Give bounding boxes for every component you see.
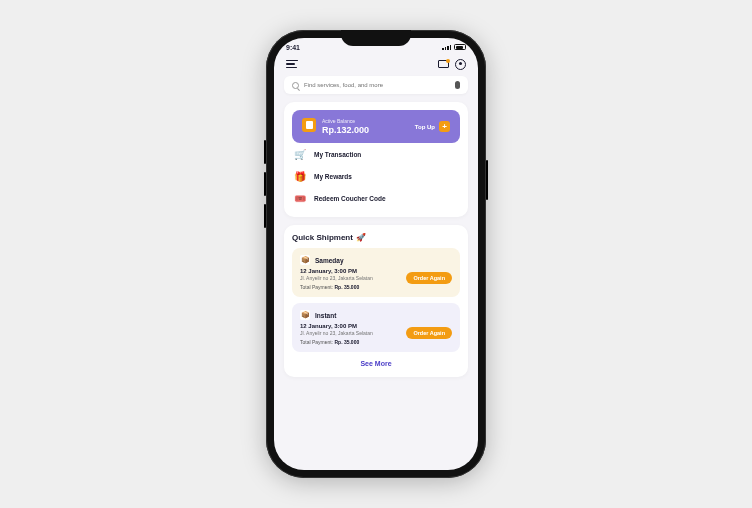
package-icon: 📦 xyxy=(300,310,310,320)
status-time: 9:41 xyxy=(286,44,300,51)
quick-shipment-title: Quick Shipment 🚀 xyxy=(292,233,460,242)
order-again-button[interactable]: Order Again xyxy=(406,272,452,284)
app-bar xyxy=(274,56,478,76)
order-again-button[interactable]: Order Again xyxy=(406,327,452,339)
status-icons xyxy=(442,44,466,50)
search-icon xyxy=(292,82,299,89)
gift-icon: 🎁 xyxy=(294,170,306,182)
screen: 9:41 xyxy=(274,38,478,470)
topup-button[interactable]: Top Up + xyxy=(415,121,450,132)
shipment-total: Total Payment: Rp. 35.000 xyxy=(300,284,452,290)
content-scroll[interactable]: Active Balance Rp.132.000 Top Up + 🛒 My … xyxy=(274,76,478,377)
ticket-icon: 🎟️ xyxy=(294,192,306,204)
balance-amount: Rp.132.000 xyxy=(322,125,369,135)
wallet-card: Active Balance Rp.132.000 Top Up + 🛒 My … xyxy=(284,102,468,217)
notch xyxy=(341,30,411,46)
menu-transaction-label: My Transaction xyxy=(314,151,361,158)
menu-transaction[interactable]: 🛒 My Transaction xyxy=(292,143,460,165)
search-input[interactable] xyxy=(304,82,450,88)
cart-icon: 🛒 xyxy=(294,148,306,160)
shipment-name: Sameday xyxy=(315,257,344,264)
shipment-item-instant[interactable]: 📦 Instant 12 January, 3:00 PM Jl. Anyeli… xyxy=(292,303,460,352)
package-icon: 📦 xyxy=(300,255,310,265)
menu-icon[interactable] xyxy=(286,58,298,70)
plus-icon: + xyxy=(439,121,450,132)
menu-redeem-label: Redeem Coucher Code xyxy=(314,195,386,202)
mic-icon[interactable] xyxy=(455,81,460,89)
signal-icon xyxy=(442,45,451,50)
quick-shipment-card: Quick Shipment 🚀 📦 Sameday 12 January, 3… xyxy=(284,225,468,377)
search-bar[interactable] xyxy=(284,76,468,94)
see-more-link[interactable]: See More xyxy=(292,358,460,369)
profile-icon[interactable] xyxy=(455,59,466,70)
menu-rewards-label: My Rewards xyxy=(314,173,352,180)
phone-frame: 9:41 xyxy=(266,30,486,478)
topup-label: Top Up xyxy=(415,124,435,130)
shipment-name: Instant xyxy=(315,312,336,319)
rocket-icon: 🚀 xyxy=(356,233,366,242)
battery-icon xyxy=(454,44,466,50)
inbox-icon[interactable] xyxy=(438,60,449,68)
balance-panel: Active Balance Rp.132.000 Top Up + xyxy=(292,110,460,143)
wallet-icon xyxy=(302,118,316,132)
shipment-item-sameday[interactable]: 📦 Sameday 12 January, 3:00 PM Jl. Anyeli… xyxy=(292,248,460,297)
balance-label: Active Balance xyxy=(322,118,369,124)
menu-rewards[interactable]: 🎁 My Rewards xyxy=(292,165,460,187)
shipment-total: Total Payment: Rp. 35.000 xyxy=(300,339,452,345)
quick-shipment-title-text: Quick Shipment xyxy=(292,233,353,242)
menu-redeem[interactable]: 🎟️ Redeem Coucher Code xyxy=(292,187,460,209)
